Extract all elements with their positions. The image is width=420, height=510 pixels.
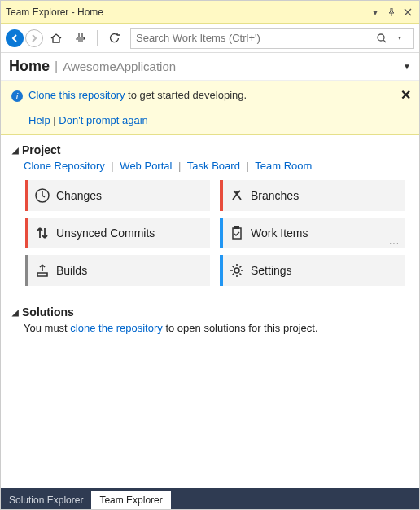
banner-close-button[interactable]: ✕ [400, 87, 411, 103]
forward-button [25, 29, 43, 47]
svg-rect-4 [233, 228, 241, 239]
breadcrumb-dropdown-icon[interactable]: ▼ [403, 62, 411, 71]
clone-repository-link[interactable]: Clone Repository [24, 160, 105, 172]
changes-label: Changes [56, 189, 102, 202]
settings-tile[interactable]: Settings [220, 255, 405, 286]
caret-down-icon: ◢ [12, 146, 19, 155]
tab-solution-explorer[interactable]: Solution Explorer [1, 491, 91, 509]
back-button[interactable] [6, 29, 24, 47]
settings-label: Settings [251, 264, 292, 277]
close-icon[interactable] [401, 6, 414, 19]
content-area: ◢ Project Clone Repository | Web Portal … [1, 135, 419, 488]
breadcrumb: Home | AwesomeApplication ▼ [1, 53, 419, 81]
svg-rect-5 [234, 226, 239, 229]
solutions-prefix: You must [24, 322, 70, 334]
search-input[interactable] [136, 32, 373, 44]
clock-icon [28, 187, 56, 204]
builds-icon [28, 262, 56, 279]
branches-tile[interactable]: Branches [220, 180, 405, 211]
solutions-header-label: Solutions [22, 306, 74, 319]
gear-icon [223, 262, 251, 279]
branches-icon [223, 187, 251, 204]
project-header-label: Project [22, 143, 60, 156]
clone-repo-inline-link[interactable]: clone the repository [70, 322, 162, 334]
banner-pipe: | [50, 114, 59, 126]
banner-actions: Help | Don't prompt again [28, 114, 409, 126]
banner-text: Clone this repository to get started dev… [28, 89, 247, 101]
team-room-link[interactable]: Team Room [255, 160, 312, 172]
tile-grid: Changes Branches Unsynced Commits [25, 180, 405, 286]
changes-tile[interactable]: Changes [25, 180, 210, 211]
window-title: Team Explorer - Home [6, 7, 103, 18]
breadcrumb-separator: | [55, 59, 58, 74]
breadcrumb-home[interactable]: Home [9, 58, 50, 75]
project-links: Clone Repository | Web Portal | Task Boa… [24, 160, 408, 172]
window-dropdown-icon[interactable]: ▾ [369, 6, 382, 19]
caret-down-icon: ◢ [12, 308, 19, 317]
breadcrumb-app[interactable]: AwesomeApplication [63, 59, 176, 73]
home-button[interactable] [45, 27, 68, 50]
clone-repo-link[interactable]: Clone this repository [28, 89, 125, 101]
solutions-suffix: to open solutions for this project. [163, 322, 318, 334]
svg-point-6 [234, 268, 239, 273]
search-dropdown-icon[interactable]: ▾ [391, 34, 409, 42]
info-icon: i [11, 90, 24, 103]
toolbar-separator [97, 30, 98, 46]
tab-team-explorer[interactable]: Team Explorer [91, 491, 170, 509]
connect-button[interactable] [69, 27, 92, 50]
unsynced-label: Unsynced Commits [56, 226, 155, 240]
banner-suffix: to get started developing. [125, 89, 247, 101]
search-icon[interactable] [373, 33, 391, 44]
workitems-label: Work Items [251, 226, 308, 240]
builds-tile[interactable]: Builds [25, 255, 210, 286]
tab-bar: Solution Explorer Team Explorer [1, 488, 419, 509]
titlebar: Team Explorer - Home ▾ [1, 1, 419, 24]
solutions-section: ◢ Solutions You must clone the repositor… [12, 306, 408, 334]
team-explorer-window: Team Explorer - Home ▾ [0, 0, 420, 510]
dont-prompt-link[interactable]: Don't prompt again [59, 114, 147, 126]
workitems-tile[interactable]: Work Items ... [220, 218, 405, 248]
solutions-section-header[interactable]: ◢ Solutions [12, 306, 408, 319]
builds-label: Builds [56, 264, 87, 277]
branches-label: Branches [251, 189, 299, 202]
unsynced-tile[interactable]: Unsynced Commits [25, 218, 210, 248]
info-banner: ✕ i Clone this repository to get started… [1, 81, 419, 135]
refresh-button[interactable] [103, 27, 125, 50]
svg-point-0 [378, 34, 384, 41]
pin-icon[interactable] [385, 6, 398, 19]
solutions-body: You must clone the repository to open so… [24, 322, 408, 334]
web-portal-link[interactable]: Web Portal [120, 160, 172, 172]
task-board-link[interactable]: Task Board [187, 160, 240, 172]
help-link[interactable]: Help [28, 114, 50, 126]
clipboard-icon [223, 225, 251, 241]
toolbar: ▾ [1, 24, 419, 53]
search-box[interactable]: ▾ [130, 28, 414, 49]
workitems-more[interactable]: ... [389, 235, 400, 247]
project-section-header[interactable]: ◢ Project [12, 143, 408, 156]
sync-icon [28, 225, 56, 241]
